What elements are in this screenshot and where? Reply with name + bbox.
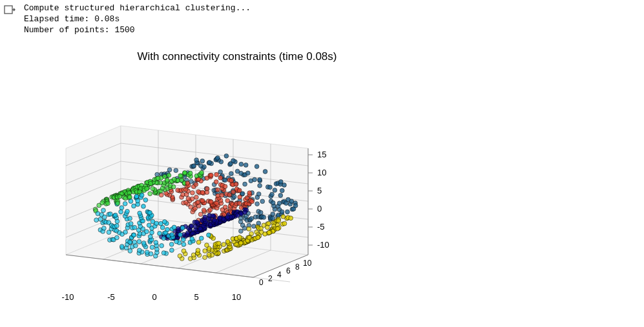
scatter-point <box>218 175 223 180</box>
scatter-point <box>132 204 136 208</box>
scatter-point <box>273 188 277 193</box>
scatter-point <box>271 201 275 205</box>
scatter-point <box>170 248 174 253</box>
x-tick-label: 10 <box>232 292 241 302</box>
scatter-point <box>198 212 203 217</box>
scatter-point <box>214 180 218 184</box>
notebook-output-cell: Compute structured hierarchical clusteri… <box>0 0 644 327</box>
scatter-point <box>209 173 214 177</box>
scatter-point <box>280 210 284 214</box>
scatter-point <box>218 216 222 221</box>
scatter-point <box>156 176 160 181</box>
scatter-point <box>238 241 243 245</box>
scatter-point <box>140 193 144 197</box>
scatter-point <box>276 219 281 223</box>
scatter-point <box>243 182 247 186</box>
scatter-point <box>129 199 133 204</box>
scatter-point <box>203 215 207 219</box>
scatter-point <box>119 210 123 214</box>
scatter-point <box>189 224 194 228</box>
scatter-point <box>129 221 133 226</box>
scatter-point <box>207 160 212 164</box>
scatter-point <box>268 185 273 190</box>
scatter-point <box>147 223 151 228</box>
scatter-point <box>207 233 211 237</box>
scatter-point <box>174 239 179 244</box>
scatter-point <box>293 203 298 208</box>
scatter-point <box>225 215 230 219</box>
scatter-point <box>125 209 130 213</box>
axes3d: 15 10 5 0 -5 -10 -10 -5 0 5 10 0 2 4 6 <box>50 106 334 319</box>
x-tick-label: -5 <box>107 292 115 302</box>
scatter-point <box>232 195 236 199</box>
z-tick-label: 10 <box>317 168 326 177</box>
scatter-point <box>178 173 183 178</box>
scatter-point <box>165 228 170 232</box>
scatter-point <box>136 199 140 203</box>
scatter-point <box>222 243 226 247</box>
scatter-point <box>239 162 244 166</box>
scatter-point <box>128 216 132 221</box>
scatter-point <box>247 191 252 195</box>
scatter-point <box>150 230 154 235</box>
scatter-point <box>244 163 248 168</box>
scatter-point <box>258 183 262 188</box>
scatter-point <box>167 168 172 172</box>
matplotlib-figure: With connectivity constraints (time 0.08… <box>24 45 411 322</box>
scatter-point <box>235 169 240 173</box>
scatter-point <box>191 191 195 195</box>
scatter-point <box>119 244 124 249</box>
scatter-point <box>163 174 167 179</box>
scatter-point <box>148 192 152 196</box>
svg-rect-0 <box>5 6 12 14</box>
scatter-point <box>286 210 290 214</box>
x-tick-label: -10 <box>62 292 74 302</box>
scatter-point <box>280 188 284 193</box>
x-tick-label: 5 <box>194 292 198 302</box>
scatter-point <box>114 224 119 228</box>
scatter-point <box>141 241 146 246</box>
scatter-point <box>167 173 171 177</box>
scatter-point <box>150 245 154 250</box>
scatter-point <box>237 201 242 206</box>
scatter-point <box>200 190 205 195</box>
scatter-point <box>151 186 155 191</box>
scatter-point <box>203 255 207 260</box>
scatter-point <box>113 213 118 217</box>
scatter-point <box>141 204 146 209</box>
scatter-point <box>183 171 187 175</box>
scatter-point <box>132 240 137 244</box>
stdout-line-1: Compute structured hierarchical clusteri… <box>24 3 251 13</box>
z-tick-label: -10 <box>317 240 329 250</box>
scatter-point <box>258 210 263 215</box>
scatter-point <box>237 188 242 193</box>
scatter-point <box>190 237 194 241</box>
scatter-point <box>148 235 152 239</box>
scatter-point <box>220 193 224 197</box>
scatter-point <box>234 182 238 186</box>
scatter-point <box>128 240 132 244</box>
scatter-point <box>181 237 185 242</box>
scatter-point <box>200 199 205 203</box>
scatter-point <box>278 193 283 198</box>
scatter-point <box>218 170 223 174</box>
scatter-point <box>132 233 136 237</box>
scatter-point <box>143 198 148 203</box>
scatter-point <box>100 201 105 205</box>
x-tick-label: 0 <box>152 292 156 302</box>
y-tick-label: 0 <box>259 278 264 287</box>
x-axis-ticks: -10 -5 0 5 10 <box>62 292 242 302</box>
scatter-point <box>178 233 183 237</box>
y-tick-label: 4 <box>277 270 282 279</box>
scatter-point <box>199 236 203 241</box>
scatter-point <box>263 170 267 174</box>
scatter-point <box>271 212 275 217</box>
cell-output-icon[interactable] <box>4 4 16 18</box>
scatter-point <box>207 252 211 257</box>
scatter-point <box>174 168 178 173</box>
scatter-point <box>227 193 232 197</box>
scatter-point <box>108 212 112 217</box>
scatter-point <box>106 201 110 206</box>
scatter-point <box>225 239 230 244</box>
scatter-point <box>225 199 230 203</box>
